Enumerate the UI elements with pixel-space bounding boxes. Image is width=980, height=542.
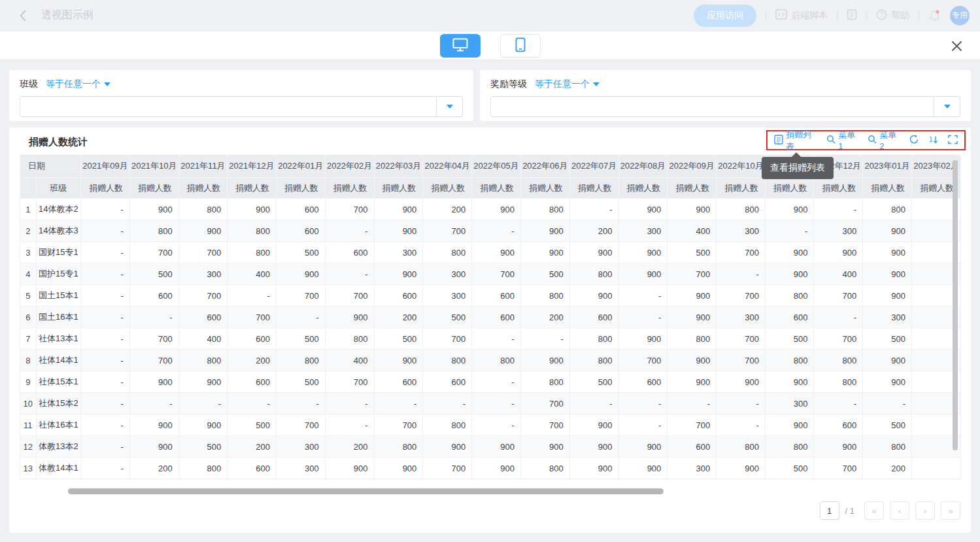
value-cell: - (472, 393, 521, 415)
date-corner-header: 日期 (20, 155, 81, 178)
measure-header: 捐赠人数 (228, 178, 277, 199)
fullscreen-button[interactable] (948, 135, 958, 146)
value-cell: 800 (178, 458, 227, 479)
reward-filter-input[interactable] (491, 97, 934, 116)
value-cell: 800 (863, 436, 912, 458)
value-cell: 900 (276, 263, 325, 285)
topbar: 透视图示例 应用访问 后端脚本 ? 帮助 专用 (0, 0, 980, 31)
value-cell: 300 (667, 458, 717, 479)
filter-operator-dropdown[interactable]: 等于任意一个 (46, 78, 110, 90)
help-button[interactable]: ? 帮助 (876, 9, 909, 22)
value-cell: 200 (569, 220, 618, 242)
table-row: 8社体14本1-70080020080040090080080090080070… (20, 350, 961, 371)
divider (766, 10, 766, 21)
value-cell: 800 (520, 458, 569, 479)
user-badge[interactable]: 专用 (950, 6, 970, 25)
value-cell: 500 (520, 263, 569, 285)
measure-header: 捐赠人数 (276, 178, 325, 199)
measure-header: 捐赠人数 (374, 178, 423, 199)
notification-bell-icon[interactable] (928, 9, 941, 22)
prev-page-button[interactable]: ‹ (890, 501, 909, 520)
value-cell: 900 (178, 371, 227, 393)
month-header: 2022年07月 (569, 155, 618, 178)
close-icon[interactable] (951, 40, 963, 52)
value-cell: - (276, 393, 325, 415)
value-cell: 900 (472, 199, 521, 220)
value-cell: 800 (765, 436, 813, 458)
value-cell: 800 (423, 415, 472, 436)
class-filter-input[interactable] (20, 97, 436, 116)
last-page-button[interactable]: » (941, 501, 960, 520)
first-page-button[interactable]: « (864, 501, 884, 520)
refresh-button[interactable] (909, 134, 919, 146)
mobile-view-button[interactable] (500, 34, 541, 58)
value-cell: 600 (472, 307, 521, 328)
class-name-cell: 14体教本2 (36, 199, 81, 220)
value-cell: 700 (276, 285, 325, 307)
value-cell: - (423, 393, 472, 415)
value-cell: 900 (129, 371, 178, 393)
page-input[interactable] (820, 501, 839, 520)
menu1-button[interactable]: 菜单1 (826, 129, 858, 151)
donation-list-button[interactable]: 捐赠列表 (774, 129, 817, 152)
value-cell: - (814, 393, 863, 415)
value-cell: 700 (814, 328, 863, 350)
sort-icon: 1 (929, 135, 938, 146)
value-cell: 500 (228, 415, 277, 436)
value-cell: 700 (129, 242, 178, 263)
value-cell: 700 (325, 371, 374, 393)
value-cell: 900 (129, 199, 178, 220)
row-index-cell: 11 (20, 415, 37, 436)
value-cell: 700 (325, 199, 374, 220)
search-icon (868, 135, 877, 146)
sort-button[interactable]: 1 (929, 135, 938, 146)
value-cell: 900 (618, 263, 667, 285)
value-cell: 900 (667, 371, 717, 393)
next-page-button[interactable]: › (915, 501, 935, 520)
value-cell: 600 (472, 285, 521, 307)
horizontal-scrollbar[interactable] (68, 488, 664, 494)
last-page-icon: » (948, 506, 953, 516)
value-cell: - (81, 242, 130, 263)
help-icon: ? (876, 9, 887, 22)
value-cell: 300 (374, 242, 423, 263)
backend-script-button[interactable]: 后端脚本 (775, 9, 828, 22)
value-cell: 300 (717, 220, 766, 242)
class-name-cell: 国土16本1 (36, 307, 81, 328)
class-filter-dropdown-button[interactable] (436, 97, 462, 116)
class-name-cell: 体教14本1 (36, 458, 81, 479)
script-icon (847, 9, 857, 22)
back-icon[interactable] (18, 9, 27, 22)
value-cell: - (618, 415, 667, 436)
value-cell: 900 (814, 242, 863, 263)
value-cell: - (325, 263, 374, 285)
value-cell: - (228, 393, 277, 415)
value-cell: 700 (618, 350, 667, 371)
class-name-cell: 14体教本3 (36, 220, 81, 242)
reward-filter-dropdown-button[interactable] (934, 97, 960, 116)
value-cell: 200 (228, 436, 277, 458)
divider (837, 10, 837, 21)
menu2-button[interactable]: 菜单2 (868, 129, 899, 151)
app-access-button[interactable]: 应用访问 (694, 5, 756, 27)
table-row: 114体教本2-900800900600700900200900800-9009… (20, 199, 961, 220)
value-cell: - (81, 199, 130, 220)
row-index-cell: 3 (20, 242, 37, 263)
svg-text:1: 1 (929, 136, 933, 143)
month-header: 2022年08月 (618, 155, 667, 178)
filter-operator-dropdown[interactable]: 等于任意一个 (535, 78, 600, 90)
class-name-cell: 国土15本1 (36, 285, 81, 307)
value-cell: 900 (325, 307, 374, 328)
refresh-icon (909, 134, 919, 146)
row-index-cell: 9 (20, 371, 37, 393)
desktop-view-button[interactable] (440, 34, 481, 58)
value-cell: 800 (178, 199, 227, 220)
class-header: 班级 (36, 178, 81, 199)
value-cell: 900 (765, 199, 813, 220)
value-cell: 800 (325, 328, 374, 350)
value-cell: - (81, 328, 130, 350)
fullscreen-icon (948, 135, 958, 146)
month-header: 2022年06月 (520, 155, 569, 178)
vertical-scrollbar[interactable] (953, 160, 958, 450)
script-button[interactable] (847, 9, 857, 22)
